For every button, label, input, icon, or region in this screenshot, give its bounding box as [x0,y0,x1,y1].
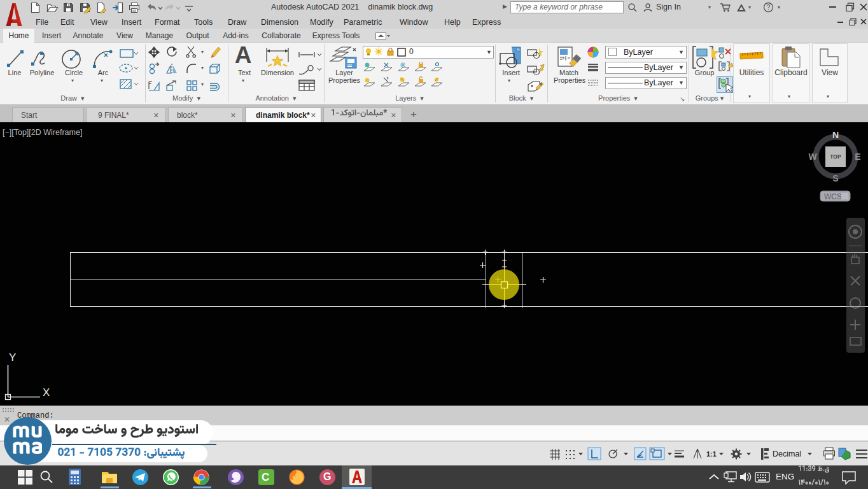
svg-text:X: X [43,386,50,399]
svg-text:1:1: 1:1 [706,450,717,458]
svg-text:E: E [855,152,860,162]
svg-text:Decimal: Decimal [773,450,801,458]
svg-text:?: ? [767,4,771,11]
svg-text:TOP: TOP [830,153,841,160]
svg-text:S: S [832,173,838,183]
svg-text:WCS: WCS [824,192,842,201]
svg-text:W: W [808,152,817,162]
svg-text:N: N [832,130,839,140]
svg-text:Y: Y [9,351,16,364]
